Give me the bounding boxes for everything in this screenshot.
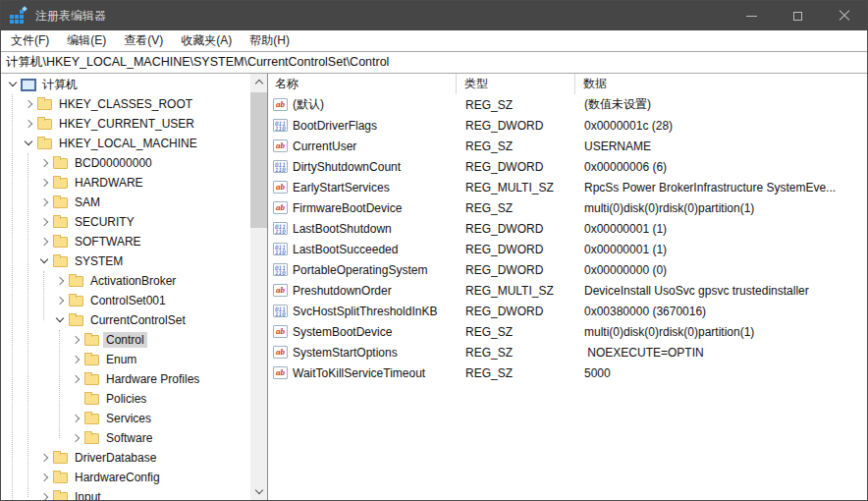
tree-item-label[interactable]: Enum [103,352,139,367]
registry-value-row[interactable]: 011110DirtyShutdownCountREG_DWORD0x00000… [268,156,867,177]
column-header-data[interactable]: 数据 [575,74,867,94]
column-header-type[interactable]: 类型 [457,74,575,94]
menu-item-1[interactable]: 编辑(E) [58,30,115,51]
tree-item-HKEY_CLASSES_ROOT[interactable]: HKEY_CLASSES_ROOT [1,94,250,114]
address-bar[interactable]: 计算机\HKEY_LOCAL_MACHINE\SYSTEM\CurrentCon… [1,52,867,74]
value-name[interactable]: LastBootSucceeded [293,243,398,256]
tree-item-HKEY_CURRENT_USER[interactable]: HKEY_CURRENT_USER [1,114,250,134]
tree-item-SAM[interactable]: SAM [1,193,250,212]
chevron-right-icon[interactable] [68,332,83,348]
tree-item-label[interactable]: SYSTEM [72,253,126,269]
value-name[interactable]: CurrentUser [293,139,356,153]
chevron-down-icon[interactable] [52,312,68,328]
tree-item-label[interactable]: Software [103,430,155,446]
registry-value-row[interactable]: 011110SvcHostSplitThresholdInKBREG_DWORD… [268,301,867,321]
value-name[interactable]: DirtyShutdownCount [293,160,401,174]
tree-item-label[interactable]: SAM [72,195,103,210]
value-name[interactable]: SystemBootDevice [293,325,392,339]
tree-item-label[interactable]: SOFTWARE [72,234,144,250]
tree-item-label[interactable]: Policies [103,391,149,407]
menu-item-0[interactable]: 文件(F) [2,30,58,51]
registry-value-row[interactable]: abCurrentUserREG_SZUSERNAME [268,136,867,156]
close-button[interactable] [821,1,867,30]
address-path[interactable]: 计算机\HKEY_LOCAL_MACHINE\SYSTEM\CurrentCon… [6,54,389,71]
tree-item-ControlSet001[interactable]: ControlSet001 [1,291,250,310]
chevron-right-icon[interactable] [21,96,36,112]
chevron-right-icon[interactable] [36,470,52,485]
tree-item-HARDWARE[interactable]: HARDWARE [1,173,250,193]
tree-item-label[interactable]: DriverDatabase [72,450,159,466]
chevron-right-icon[interactable] [68,352,83,367]
value-name[interactable]: (默认) [293,96,324,113]
chevron-down-icon[interactable] [21,136,36,151]
tree-item-计算机[interactable]: 计算机 [1,75,250,94]
registry-value-row[interactable]: 011110LastBootSucceededREG_DWORD0x000000… [268,239,867,259]
tree-item-SYSTEM[interactable]: SYSTEM [1,251,250,271]
tree-item-DriverDatabase[interactable]: DriverDatabase [1,448,250,468]
registry-value-row[interactable]: abEarlyStartServicesREG_MULTI_SZRpcSs Po… [268,177,867,197]
scrollbar-thumb[interactable] [250,92,267,228]
value-name[interactable]: SvcHostSplitThresholdInKB [293,305,437,318]
tree-item-HKEY_LOCAL_MACHINE[interactable]: HKEY_LOCAL_MACHINE [1,134,250,153]
tree-item-BCD00000000[interactable]: BCD00000000 [1,153,250,173]
tree-item-HardwareConfig[interactable]: HardwareConfig [1,468,250,487]
chevron-right-icon[interactable] [36,489,52,500]
menu-item-4[interactable]: 帮助(H) [241,30,298,51]
tree-vertical-scrollbar[interactable] [250,74,267,500]
value-name[interactable]: PreshutdownOrder [293,284,392,298]
value-name[interactable]: SystemStartOptions [293,346,398,360]
tree-item-label[interactable]: Input [72,489,104,500]
chevron-down-icon[interactable] [5,77,21,92]
tree-item-label[interactable]: Services [103,411,154,426]
column-header-name[interactable]: 名称 [268,74,457,94]
chevron-right-icon[interactable] [36,155,52,171]
tree-item-label[interactable]: HKEY_LOCAL_MACHINE [56,136,200,151]
chevron-right-icon[interactable] [36,175,52,191]
registry-value-row[interactable]: abWaitToKillServiceTimeoutREG_SZ5000 [268,362,867,383]
minimize-button[interactable] [729,1,775,30]
tree-item-label[interactable]: BCD00000000 [72,155,155,171]
value-name[interactable]: EarlyStartServices [293,181,390,195]
value-name[interactable]: LastBootShutdown [293,222,392,236]
registry-value-row[interactable]: 011110PortableOperatingSystemREG_DWORD0x… [268,259,867,280]
tree-item-Enum[interactable]: Enum [1,350,250,369]
tree-item-Control[interactable]: Control [1,330,250,350]
registry-value-row[interactable]: abFirmwareBootDeviceREG_SZmulti(0)disk(0… [268,197,867,218]
value-name[interactable]: FirmwareBootDevice [293,201,402,215]
menu-item-2[interactable]: 查看(V) [115,30,172,51]
chevron-right-icon[interactable] [68,411,83,426]
chevron-right-icon[interactable] [68,430,83,446]
registry-values-pane[interactable]: 名称 类型 数据 ab(默认)REG_SZ(数值未设置)011110BootDr… [268,74,867,500]
tree-item-label[interactable]: HKEY_CURRENT_USER [56,116,197,132]
tree-item-label[interactable]: Control [103,332,147,348]
tree-item-label[interactable]: HARDWARE [72,175,146,191]
tree-item-ActivationBroker[interactable]: ActivationBroker [1,271,250,291]
registry-value-row[interactable]: abSystemStartOptionsREG_SZ NOEXECUTE=OPT… [268,342,867,362]
title-bar[interactable]: 注册表编辑器 [1,1,867,30]
tree-item-SOFTWARE[interactable]: SOFTWARE [1,232,250,251]
registry-value-row[interactable]: abPreshutdownOrderREG_MULTI_SZDeviceInst… [268,280,867,301]
tree-item-SECURITY[interactable]: SECURITY [1,212,250,232]
tree-item-label[interactable]: CurrentControlSet [87,312,189,328]
tree-item-label[interactable]: ControlSet001 [87,293,169,308]
chevron-right-icon[interactable] [21,116,36,132]
chevron-right-icon[interactable] [36,234,52,250]
tree-item-Hardware Profiles[interactable]: Hardware Profiles [1,369,250,389]
chevron-right-icon[interactable] [52,293,68,308]
tree-item-label[interactable]: SECURITY [72,214,137,230]
tree-item-Software[interactable]: Software [1,428,250,448]
registry-value-row[interactable]: ab(默认)REG_SZ(数值未设置) [268,94,867,115]
tree-item-Policies[interactable]: Policies [1,389,250,409]
chevron-right-icon[interactable] [68,371,83,387]
tree-item-Services[interactable]: Services [1,409,250,428]
chevron-right-icon[interactable] [52,273,68,289]
tree-item-CurrentControlSet[interactable]: CurrentControlSet [1,310,250,330]
tree-item-label[interactable]: HardwareConfig [72,470,163,485]
value-name[interactable]: WaitToKillServiceTimeout [293,366,425,380]
tree-item-label[interactable]: Hardware Profiles [103,371,202,387]
menu-item-3[interactable]: 收藏夹(A) [172,30,241,51]
registry-value-row[interactable]: abSystemBootDeviceREG_SZmulti(0)disk(0)r… [268,321,867,342]
chevron-down-icon[interactable] [36,253,52,269]
value-name[interactable]: BootDriverFlags [293,119,377,133]
chevron-right-icon[interactable] [36,195,52,210]
